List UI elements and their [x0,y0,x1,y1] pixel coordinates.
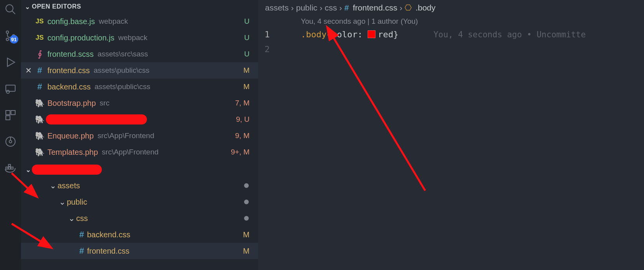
file-name: Bootstrap.php [47,99,96,108]
svg-marker-5 [7,58,15,66]
docker-icon[interactable] [1,159,20,177]
svg-rect-14 [6,167,8,169]
file-path: src\App\Frontend [98,131,154,140]
file-path: assets\public\css [94,66,150,75]
color-swatch[interactable] [363,27,378,42]
breadcrumb-segment[interactable]: public [296,3,318,12]
breadcrumb[interactable]: assets › public › css › # frontend.css ›… [258,0,644,16]
file-path: webpack [99,17,128,26]
file-row-backend-css[interactable]: # backend.css M [21,226,258,243]
open-editor-item[interactable]: 🐘 Templates.php src\App\Frontend 9+, M [21,144,258,160]
breadcrumb-segment[interactable]: assets [265,3,289,12]
git-status: M [243,230,250,239]
code-token: : [358,27,363,42]
code-token: } [393,27,398,42]
git-status: 9, U [236,115,250,124]
chevron-right-icon: › [291,3,294,12]
breadcrumb-segment[interactable]: .body [415,3,435,12]
redacted [46,114,147,124]
code-token-selector: .body [301,27,326,42]
chevron-down-icon: ⌄ [48,181,58,190]
svg-point-2 [6,31,9,33]
css-file-icon: # [76,230,87,240]
close-icon[interactable]: ✕ [23,66,33,75]
code-lens[interactable]: You, 4 seconds ago | 1 author (You) [258,16,644,27]
css-file-icon: # [344,3,349,12]
chevron-down-icon: ⌄ [23,3,32,11]
code-line[interactable]: 1 .body { color : red } You, 4 seconds a… [258,27,644,42]
svg-rect-9 [11,110,15,115]
folder-label: assets [58,181,80,190]
redacted [32,165,102,175]
svg-point-12 [9,140,12,143]
file-path: assets\public\css [94,82,150,91]
js-file-icon: JS [33,18,46,25]
line-number: 2 [258,42,277,57]
file-name: Templates.php [47,148,98,157]
folder-row-assets[interactable]: ⌄ assets [21,177,258,194]
file-path: assets\src\sass [98,50,148,58]
extensions-icon[interactable] [1,106,20,124]
open-editor-item[interactable]: 🐘 Enqueue.php src\App\Frontend 9, M [21,128,258,144]
git-status: U [244,33,250,42]
breadcrumb-segment[interactable]: frontend.css [353,3,397,12]
chevron-down-icon: ⌄ [58,197,67,207]
git-status: 9+, M [231,148,250,156]
git-status: U [244,17,250,26]
open-editor-item[interactable]: 🐘 Bootstrap.php src 7, M [21,95,258,111]
code-token: { [326,27,332,42]
file-name: frontend.scss [47,50,94,59]
file-name: config.production.js [47,33,114,42]
chevron-down-icon: ⌄ [67,214,76,223]
folder-row-css[interactable]: ⌄ css [21,210,258,226]
remote-icon[interactable] [1,79,20,98]
dirty-indicator [244,200,249,204]
php-file-icon: 🐘 [33,98,46,108]
git-status: M [243,82,250,91]
svg-rect-8 [6,110,10,115]
svg-rect-15 [9,167,10,169]
file-path: src [100,99,110,107]
code-token-value: red [378,27,393,42]
chevron-right-icon: › [320,3,323,12]
file-name: backend.css [47,82,91,91]
source-control-icon[interactable]: 91 [1,26,20,45]
chevron-down-icon: ⌄ [23,166,32,174]
open-editor-item[interactable]: 🐘 9, U [21,111,258,128]
scm-badge: 91 [10,35,18,44]
code-line[interactable]: 2 [258,42,644,57]
breadcrumb-segment[interactable]: css [325,3,337,12]
folder-label: public [67,198,87,207]
svg-line-1 [12,11,15,14]
code-editor[interactable]: 1 .body { color : red } You, 4 seconds a… [258,27,644,57]
svg-point-3 [6,38,9,40]
file-row-frontend-css[interactable]: # frontend.css M [21,243,258,259]
open-editor-item[interactable]: JS config.base.js webpack U [21,13,258,30]
chevron-right-icon: › [339,3,342,12]
open-editor-item[interactable]: ✕ # frontend.css assets\public\css M [21,62,258,79]
open-editor-item[interactable]: ∮ frontend.scss assets\src\sass U [21,46,258,62]
chevron-right-icon: › [400,3,402,12]
file-name: Enqueue.php [47,131,94,140]
open-editors-header[interactable]: ⌄ OPEN EDITORS [21,0,258,13]
css-file-icon: # [33,82,46,92]
gitlens-icon[interactable] [1,132,20,151]
dirty-indicator [244,216,249,221]
open-editor-item[interactable]: JS config.production.js webpack U [21,30,258,46]
run-debug-icon[interactable] [1,53,20,72]
code-token-property: color [332,27,357,42]
git-status: M [243,247,250,256]
file-label: backend.css [87,230,130,239]
php-file-icon: 🐘 [33,131,46,140]
workspace-header[interactable]: ⌄ [21,162,258,177]
folder-row-public[interactable]: ⌄ public [21,194,258,210]
js-file-icon: JS [33,34,46,42]
svg-point-7 [6,90,9,93]
sass-file-icon: ∮ [33,49,46,59]
git-status: 7, M [235,99,250,107]
css-file-icon: # [76,246,87,256]
svg-rect-10 [6,116,10,120]
svg-rect-17 [9,165,10,167]
open-editor-item[interactable]: # backend.css assets\public\css M [21,79,258,95]
search-icon[interactable] [1,0,20,19]
